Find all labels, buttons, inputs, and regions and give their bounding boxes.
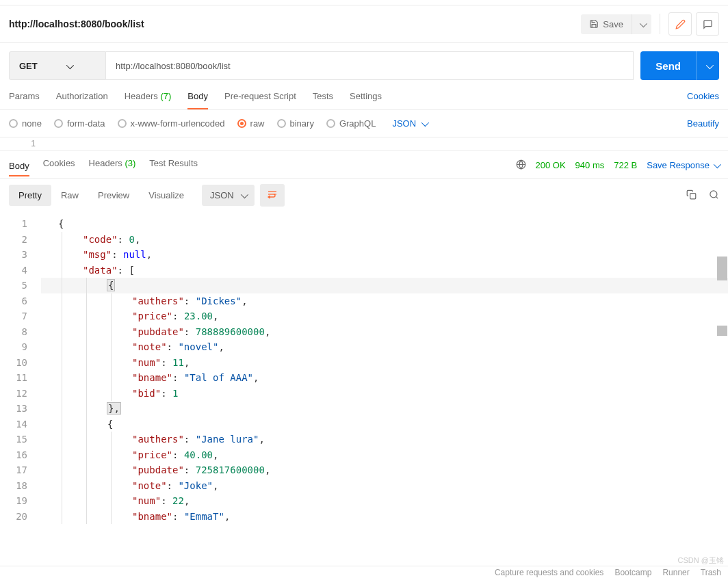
line-number: 1 (0, 137, 41, 150)
save-dropdown[interactable] (632, 14, 651, 34)
response-format-select[interactable]: JSON (202, 185, 255, 206)
radio-formdata[interactable]: form-data (54, 118, 105, 129)
save-label: Save (603, 19, 623, 29)
tab-params[interactable]: Params (9, 91, 40, 109)
tab-body[interactable]: Body (187, 91, 208, 109)
code-line: 4"data": [ (0, 263, 728, 278)
footer: Capture requests and cookies Bootcamp Ru… (0, 566, 728, 578)
code-line: 18"note": "Joke", (0, 478, 728, 494)
comment-button[interactable] (696, 12, 719, 36)
chevron-down-icon (420, 118, 427, 129)
code-line: 11"bname": "Tal of AAA", (0, 370, 728, 386)
tab-settings[interactable]: Settings (350, 91, 382, 109)
code-line: 6"authers": "Dickes", (0, 293, 728, 309)
tab-headers[interactable]: Headers (7) (125, 91, 172, 109)
cookies-link[interactable]: Cookies (687, 91, 719, 109)
response-tabs: Body Cookies Headers (3) Test Results 20… (0, 151, 728, 179)
footer-trash[interactable]: Trash (701, 568, 721, 577)
scrollbar-thumb[interactable] (717, 326, 727, 336)
radio-raw[interactable]: raw (237, 118, 265, 129)
wrap-button[interactable] (260, 184, 285, 207)
save-icon (589, 19, 599, 29)
svg-rect-4 (690, 193, 696, 198)
tab-authorization[interactable]: Authorization (56, 91, 108, 109)
copy-button[interactable] (686, 189, 697, 202)
radio-icon (277, 119, 286, 128)
header-row: http://localhost:8080/book/list Save (0, 5, 728, 43)
code-line: 12"bid": 1 (0, 386, 728, 402)
svg-point-5 (710, 190, 717, 197)
resp-tab-body[interactable]: Body (9, 161, 29, 176)
code-line: 15"authers": "Jane lura", (0, 432, 728, 447)
chevron-down-icon (638, 19, 645, 29)
radio-none[interactable]: none (9, 118, 42, 129)
chevron-down-icon (239, 190, 246, 200)
code-line: 19"num": 22, (0, 493, 728, 509)
view-preview[interactable]: Preview (88, 185, 139, 206)
save-response-link[interactable]: Save Response (647, 160, 719, 170)
globe-icon[interactable] (516, 159, 526, 172)
beautify-link[interactable]: Beautify (687, 118, 719, 129)
code-line: 8"pubdate": 788889600000, (0, 324, 728, 340)
body-format-select[interactable]: JSON (392, 118, 427, 129)
view-row: Pretty Raw Preview Visualize JSON (0, 179, 728, 212)
radio-icon (118, 119, 127, 128)
scrollbar-thumb[interactable] (717, 257, 727, 280)
edit-button[interactable] (668, 12, 692, 36)
radio-binary[interactable]: binary (277, 118, 314, 129)
request-row: GET Send (0, 43, 728, 80)
code-line: 17"pubdate": 725817600000, (0, 462, 728, 478)
chevron-down-icon (705, 61, 712, 71)
radio-icon (9, 119, 18, 128)
chevron-down-icon (65, 61, 72, 71)
footer-capture[interactable]: Capture requests and cookies (495, 568, 603, 577)
response-code[interactable]: 1{2"code": 0,3"msg": null,4"data": [5{6"… (0, 212, 728, 524)
code-line: 20"bname": "EmmaT", (0, 509, 728, 525)
code-line: 2"code": 0, (0, 232, 728, 248)
response-time: 940 ms (575, 160, 605, 170)
request-tabs: Params Authorization Headers (7) Body Pr… (0, 80, 728, 110)
view-raw[interactable]: Raw (51, 185, 88, 206)
wrap-icon (267, 189, 278, 199)
footer-bootcamp[interactable]: Bootcamp (614, 568, 651, 577)
url-input[interactable] (106, 51, 634, 80)
method-label: GET (19, 61, 38, 71)
search-icon (709, 189, 719, 200)
tab-prerequest[interactable]: Pre-request Script (224, 91, 296, 109)
radio-icon-checked (237, 119, 246, 128)
code-line: 10"num": 11, (0, 355, 728, 371)
view-visualize[interactable]: Visualize (139, 185, 194, 206)
save-group: Save (581, 14, 651, 34)
divider (660, 14, 660, 34)
comment-icon (703, 19, 713, 29)
search-button[interactable] (709, 189, 719, 202)
code-line: 16"price": 40.00, (0, 447, 728, 463)
radio-urlencoded[interactable]: x-www-form-urlencoded (118, 118, 225, 129)
resp-tab-tests[interactable]: Test Results (149, 158, 198, 172)
view-pretty[interactable]: Pretty (9, 185, 51, 206)
tab-tests[interactable]: Tests (313, 91, 333, 109)
code-line: 13}, (0, 401, 728, 417)
chevron-down-icon (712, 160, 719, 170)
send-button[interactable]: Send (640, 51, 696, 80)
send-dropdown[interactable] (696, 51, 719, 80)
radio-graphql[interactable]: GraphQL (326, 118, 376, 129)
radio-icon (54, 119, 63, 128)
code-line: 3"msg": null, (0, 247, 728, 263)
footer-runner[interactable]: Runner (662, 568, 689, 577)
svg-line-6 (716, 196, 718, 198)
request-body-editor[interactable]: 1 (0, 137, 728, 151)
resp-tab-headers[interactable]: Headers (3) (89, 158, 136, 172)
resp-tab-cookies[interactable]: Cookies (43, 158, 75, 172)
pencil-icon (675, 19, 686, 29)
method-select[interactable]: GET (9, 51, 106, 80)
code-line: 5{ (0, 278, 728, 293)
radio-icon (326, 119, 335, 128)
response-size: 722 B (614, 160, 637, 170)
save-button[interactable]: Save (581, 14, 632, 34)
code-line: 7"price": 23.00, (0, 308, 728, 324)
body-type-row: none form-data x-www-form-urlencoded raw… (0, 110, 728, 137)
copy-icon (686, 189, 697, 200)
request-title: http://localhost:8080/book/list (9, 18, 581, 29)
code-line: 1{ (0, 216, 728, 232)
